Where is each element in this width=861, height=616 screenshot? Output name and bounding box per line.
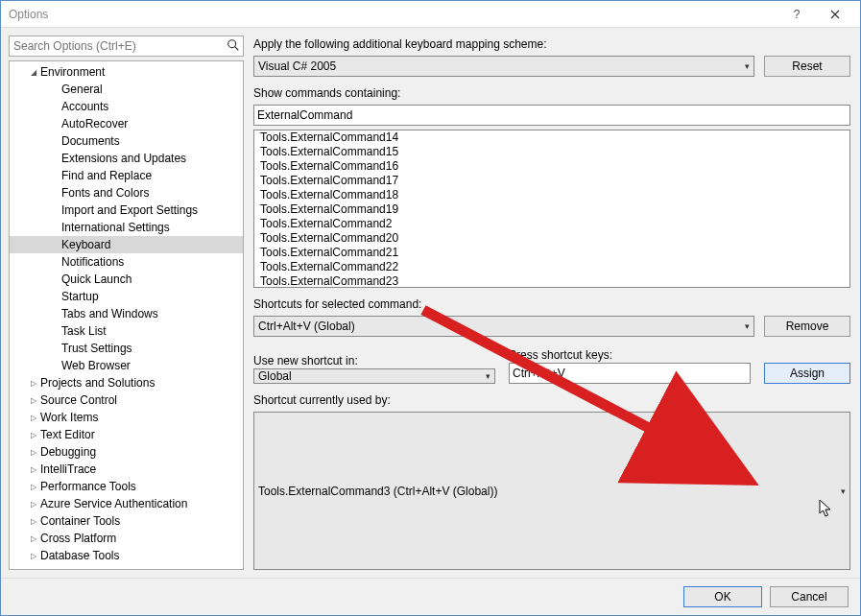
shortcuts-label: Shortcuts for selected command:: [253, 297, 850, 311]
list-item[interactable]: Tools.ExternalCommand14: [254, 130, 849, 145]
tree-item[interactable]: Tabs and Windows: [10, 305, 243, 322]
chevron-down-icon: ▾: [841, 486, 846, 496]
tree-item[interactable]: ▷IntelliTrace: [10, 461, 243, 478]
svg-point-0: [228, 40, 236, 48]
tree-item-label: Fonts and Colors: [61, 186, 149, 200]
titlebar: Options ?: [1, 1, 860, 28]
tree-item[interactable]: Keyboard: [10, 236, 243, 253]
tree-item-label: Tabs and Windows: [61, 307, 158, 320]
current-shortcut-dropdown[interactable]: Ctrl+Alt+V (Global) ▾: [253, 316, 754, 337]
tree-item-label: Debugging: [40, 445, 96, 459]
list-item[interactable]: Tools.ExternalCommand16: [254, 159, 849, 174]
tree-item[interactable]: ▷Database Tools: [10, 547, 243, 564]
category-tree[interactable]: ◢EnvironmentGeneralAccountsAutoRecoverDo…: [9, 60, 244, 570]
tree-item[interactable]: ▷Performance Tools: [10, 478, 243, 495]
used-by-value: Tools.ExternalCommand3 (Ctrl+Alt+V (Glob…: [258, 485, 497, 498]
tree-item-label: Trust Settings: [61, 342, 132, 355]
search-icon: [227, 38, 240, 55]
use-in-label: Use new shortcut in:: [253, 354, 495, 367]
tree-item[interactable]: Accounts: [10, 98, 243, 115]
chevron-right-icon: ▷: [27, 483, 40, 491]
mapping-scheme-dropdown[interactable]: Visual C# 2005 ▾: [253, 56, 754, 77]
tree-item[interactable]: Fonts and Colors: [10, 184, 243, 201]
tree-item[interactable]: ▷Cross Platform: [10, 530, 243, 547]
press-keys-input[interactable]: [509, 363, 751, 384]
search-input[interactable]: [9, 36, 244, 57]
tree-item-label: AutoRecover: [61, 117, 128, 130]
tree-item-label: General: [61, 83, 103, 96]
tree-item-label: Azure Service Authentication: [40, 497, 187, 510]
options-dialog: Options ? ◢EnvironmentGeneralAccountsAut…: [0, 0, 861, 616]
cancel-button[interactable]: Cancel: [770, 586, 849, 607]
tree-item-label: Keyboard: [61, 238, 110, 251]
close-button[interactable]: [816, 4, 854, 25]
list-item[interactable]: Tools.ExternalCommand18: [254, 188, 849, 202]
tree-item-label: Environment: [40, 65, 105, 79]
chevron-right-icon: ▷: [27, 552, 40, 560]
list-item[interactable]: Tools.ExternalCommand20: [254, 231, 849, 246]
used-by-dropdown[interactable]: Tools.ExternalCommand3 (Ctrl+Alt+V (Glob…: [253, 412, 850, 570]
chevron-right-icon: ▷: [27, 534, 40, 543]
list-item[interactable]: Tools.ExternalCommand22: [254, 260, 849, 274]
dialog-footer: OK Cancel: [1, 578, 860, 615]
tree-item[interactable]: Documents: [10, 132, 243, 150]
remove-button[interactable]: Remove: [764, 316, 850, 337]
reset-button[interactable]: Reset: [764, 56, 850, 77]
tree-item[interactable]: Trust Settings: [10, 340, 243, 357]
tree-item-label: Performance Tools: [40, 480, 136, 493]
list-item[interactable]: Tools.ExternalCommand15: [254, 145, 849, 159]
tree-item[interactable]: ▷Container Tools: [10, 512, 243, 530]
tree-item[interactable]: ▷Text Editor: [10, 426, 243, 443]
tree-item[interactable]: Quick Launch: [10, 271, 243, 288]
use-in-dropdown[interactable]: Global ▾: [253, 368, 495, 384]
chevron-down-icon: ▾: [745, 321, 750, 331]
tree-item-label: Cross Platform: [40, 532, 116, 545]
tree-item-label: Quick Launch: [61, 272, 132, 286]
tree-item[interactable]: ▷Projects and Solutions: [10, 374, 243, 391]
press-keys-label: Press shortcut keys:: [509, 348, 751, 362]
tree-item-label: Text Editor: [40, 428, 95, 441]
show-commands-input[interactable]: [253, 105, 850, 126]
help-button[interactable]: ?: [777, 4, 816, 25]
tree-item-label: Container Tools: [40, 514, 120, 528]
used-by-label: Shortcut currently used by:: [253, 393, 850, 407]
close-icon: [830, 10, 840, 19]
tree-item[interactable]: General: [10, 81, 243, 98]
ok-button[interactable]: OK: [683, 586, 762, 607]
list-item[interactable]: Tools.ExternalCommand23: [254, 274, 849, 288]
chevron-right-icon: ▷: [27, 414, 40, 422]
tree-item[interactable]: Notifications: [10, 253, 243, 271]
chevron-down-icon: ▾: [745, 61, 750, 71]
tree-item-label: Projects and Solutions: [40, 376, 155, 390]
tree-item[interactable]: Extensions and Updates: [10, 150, 243, 167]
current-shortcut-value: Ctrl+Alt+V (Global): [258, 320, 355, 333]
mapping-label: Apply the following additional keyboard …: [253, 37, 850, 51]
tree-item[interactable]: ▷Source Control: [10, 391, 243, 409]
tree-item[interactable]: Web Browser: [10, 357, 243, 374]
list-item[interactable]: Tools.ExternalCommand2: [254, 217, 849, 231]
chevron-down-icon: ▾: [486, 371, 490, 381]
commands-listbox[interactable]: Tools.ExternalCommand14Tools.ExternalCom…: [253, 130, 850, 288]
tree-item[interactable]: ▷Debugging: [10, 443, 243, 461]
tree-item[interactable]: ◢Environment: [10, 63, 243, 81]
chevron-right-icon: ▷: [27, 431, 40, 439]
tree-item-label: Documents: [61, 134, 120, 148]
list-item[interactable]: Tools.ExternalCommand21: [254, 246, 849, 260]
tree-item[interactable]: AutoRecover: [10, 115, 243, 132]
tree-item[interactable]: Task List: [10, 322, 243, 340]
tree-item-label: Web Browser: [61, 359, 131, 372]
tree-item[interactable]: ▷Work Items: [10, 409, 243, 426]
list-item[interactable]: Tools.ExternalCommand17: [254, 174, 849, 188]
tree-item-label: IntelliTrace: [40, 462, 96, 476]
tree-item[interactable]: Find and Replace: [10, 167, 243, 184]
tree-item[interactable]: Import and Export Settings: [10, 201, 243, 219]
window-title: Options: [9, 8, 777, 21]
list-item[interactable]: Tools.ExternalCommand19: [254, 202, 849, 217]
tree-item[interactable]: Startup: [10, 288, 243, 305]
tree-item[interactable]: ▷Azure Service Authentication: [10, 495, 243, 512]
tree-item[interactable]: International Settings: [10, 219, 243, 236]
svg-line-1: [235, 47, 239, 51]
tree-item-label: Find and Replace: [61, 169, 152, 182]
chevron-right-icon: ▷: [27, 379, 40, 388]
assign-button[interactable]: Assign: [764, 363, 850, 384]
